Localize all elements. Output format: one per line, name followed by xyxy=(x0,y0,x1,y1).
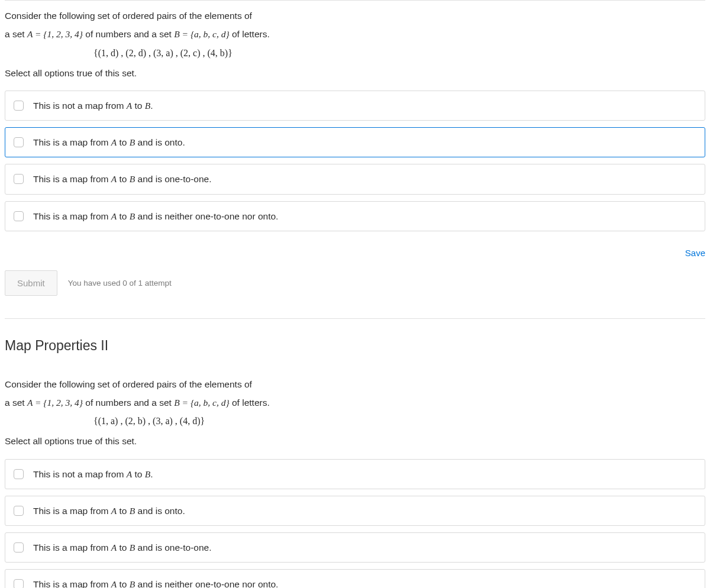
save-link[interactable]: Save xyxy=(685,247,705,260)
option-label: This is a map from A to B and is onto. xyxy=(33,504,696,518)
option-label: This is a map from A to B and is one-to-… xyxy=(33,172,696,186)
q1-line1: Consider the following set of ordered pa… xyxy=(5,11,252,21)
checkbox[interactable] xyxy=(14,137,24,147)
submit-button[interactable]: Submit xyxy=(5,270,57,296)
option-label: This is not a map from A to B. xyxy=(33,467,696,481)
answer-option[interactable]: This is a map from A to B and is neither… xyxy=(5,201,705,231)
checkbox[interactable] xyxy=(14,469,24,479)
q2-stem: Consider the following set of ordered pa… xyxy=(5,377,705,448)
q2-line1: Consider the following set of ordered pa… xyxy=(5,379,252,389)
q2-setB: B = {a, b, c, d} xyxy=(174,398,229,408)
answer-option[interactable]: This is a map from A to B and is onto. xyxy=(5,127,705,157)
option-label: This is a map from A to B and is neither… xyxy=(33,577,696,588)
q2-instruction: Select all options true of this set. xyxy=(5,434,705,448)
answer-option[interactable]: This is not a map from A to B. xyxy=(5,459,705,489)
checkbox[interactable] xyxy=(14,174,24,184)
checkbox[interactable] xyxy=(14,506,24,516)
q2-setA: A = {1, 2, 3, 4} xyxy=(27,398,83,408)
q1-pairs: {(1, d) , (2, d) , (3, a) , (2, c) , (4,… xyxy=(93,46,705,60)
q1-options: This is not a map from A to B.This is a … xyxy=(5,91,705,231)
q1-instruction: Select all options true of this set. xyxy=(5,66,705,80)
checkbox[interactable] xyxy=(14,211,24,221)
answer-option[interactable]: This is a map from A to B and is one-to-… xyxy=(5,164,705,194)
q2-pairs: {(1, a) , (2, b) , (3, a) , (4, d)} xyxy=(93,414,705,428)
answer-option[interactable]: This is a map from A to B and is onto. xyxy=(5,496,705,526)
checkbox[interactable] xyxy=(14,542,24,553)
q1-setA: A = {1, 2, 3, 4} xyxy=(27,29,83,39)
option-label: This is a map from A to B and is neither… xyxy=(33,209,696,223)
q1-setB: B = {a, b, c, d} xyxy=(174,29,229,39)
answer-option[interactable]: This is not a map from A to B. xyxy=(5,91,705,121)
answer-option[interactable]: This is a map from A to B and is neither… xyxy=(5,569,705,588)
checkbox[interactable] xyxy=(14,101,24,111)
answer-option[interactable]: This is a map from A to B and is one-to-… xyxy=(5,532,705,563)
q2-title: Map Properties II xyxy=(5,335,705,356)
option-label: This is a map from A to B and is one-to-… xyxy=(33,541,696,554)
checkbox[interactable] xyxy=(14,579,24,588)
option-label: This is a map from A to B and is onto. xyxy=(33,135,696,149)
q1-stem: Consider the following set of ordered pa… xyxy=(5,9,705,80)
attempts-text: You have used 0 of 1 attempt xyxy=(68,277,172,289)
q2-options: This is not a map from A to B.This is a … xyxy=(5,459,705,589)
option-label: This is not a map from A to B. xyxy=(33,99,696,112)
